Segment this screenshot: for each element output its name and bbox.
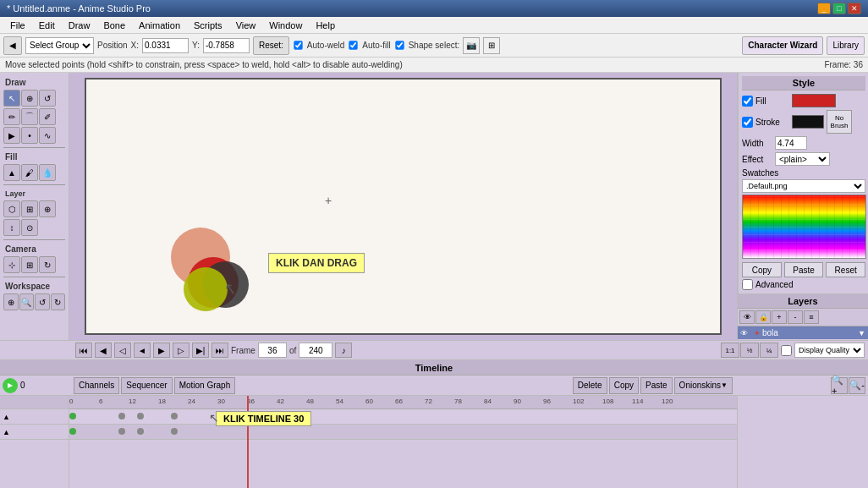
stroke-color-swatch[interactable]: [792, 115, 824, 129]
camera-zoom[interactable]: ⊞: [21, 256, 38, 273]
next-kf-button[interactable]: ▷: [173, 343, 190, 358]
menu-animation[interactable]: Animation: [132, 19, 187, 32]
view-btn2[interactable]: ½: [740, 343, 759, 358]
eyedrop-tool[interactable]: 💧: [39, 164, 56, 181]
next-frame-button[interactable]: ▶|: [192, 343, 209, 358]
rotate-tool[interactable]: ↺: [39, 90, 56, 107]
effect-dropdown[interactable]: <plain>: [775, 152, 830, 166]
ws-tool2[interactable]: 🔍: [19, 293, 35, 310]
style-paste-button[interactable]: Paste: [784, 262, 824, 277]
quality-select[interactable]: Display Quality: [794, 343, 865, 358]
grid-icon[interactable]: ⊞: [483, 37, 500, 54]
bezier-tool[interactable]: ⌒: [21, 108, 38, 125]
layer-tool1[interactable]: ⬡: [3, 200, 20, 217]
swatches-grid[interactable]: [742, 195, 866, 259]
fill-color-swatch[interactable]: [792, 94, 836, 107]
timeline-title: Timeline: [415, 363, 453, 373]
character-wizard-button[interactable]: Character Wizard: [742, 36, 823, 55]
toolbar-icon-left[interactable]: ◀: [3, 36, 22, 55]
layer-tool4[interactable]: ↕: [3, 219, 20, 236]
x-input[interactable]: [142, 38, 189, 53]
pencil-tool[interactable]: ✐: [39, 108, 56, 125]
autoweld-checkbox[interactable]: [294, 41, 302, 49]
goto-start-button[interactable]: ⏮: [75, 343, 92, 358]
no-brush-button[interactable]: NoBrush: [827, 110, 852, 134]
prev-frame-button[interactable]: ◀: [95, 343, 112, 358]
timeline-delete-button[interactable]: Delete: [573, 377, 607, 394]
library-button[interactable]: Library: [827, 36, 865, 55]
style-reset-button[interactable]: Reset: [826, 262, 865, 277]
motion-graph-button[interactable]: Motion Graph: [174, 377, 236, 394]
paint-tool[interactable]: 🖌: [21, 164, 38, 181]
play-back-button[interactable]: ◄: [134, 343, 151, 358]
menu-help[interactable]: Help: [309, 19, 342, 32]
layer-bola[interactable]: 👁 ✦ bola ▼: [738, 326, 868, 339]
swatches-select[interactable]: .Default.png: [742, 179, 865, 193]
pen-tool[interactable]: ✏: [3, 108, 20, 125]
reset-button[interactable]: Reset:: [253, 36, 289, 55]
point-tool[interactable]: •: [21, 127, 38, 144]
view-btn1[interactable]: 1:1: [721, 343, 739, 358]
display-checkbox[interactable]: [781, 345, 792, 356]
layer-tool5[interactable]: ⊙: [21, 219, 38, 236]
channels-button[interactable]: Channels: [74, 377, 119, 394]
maximize-button[interactable]: □: [832, 3, 846, 14]
layers-tb-add[interactable]: +: [772, 310, 787, 324]
timeline-zoom-in[interactable]: 🔍+: [831, 377, 848, 394]
stroke-checkbox[interactable]: [742, 117, 753, 128]
tl-track-bola[interactable]: KLIK TIMELINE 30 ↖: [69, 409, 737, 425]
camera-rotate[interactable]: ↻: [39, 256, 56, 273]
play-button[interactable]: ▶: [153, 343, 170, 358]
arrow-tool[interactable]: ▶: [3, 127, 20, 144]
onionskins-button[interactable]: Onionskins ▼: [674, 377, 733, 394]
curve-tool[interactable]: ∿: [39, 127, 56, 144]
layers-tb-lock[interactable]: 🔒: [755, 310, 771, 324]
select-tool[interactable]: ↖: [3, 90, 20, 107]
menu-edit[interactable]: Edit: [32, 19, 62, 32]
sequencer-button[interactable]: Sequencer: [121, 377, 172, 394]
total-input[interactable]: [299, 343, 332, 358]
menu-draw[interactable]: Draw: [62, 19, 97, 32]
width-input[interactable]: [775, 136, 807, 150]
shapeselect-checkbox[interactable]: [395, 41, 404, 49]
layers-tb-del[interactable]: -: [788, 310, 803, 324]
style-copy-button[interactable]: Copy: [742, 262, 782, 277]
fill-tool[interactable]: ▲: [3, 164, 20, 181]
menu-scripts[interactable]: Scripts: [187, 19, 229, 32]
menu-view[interactable]: View: [229, 19, 263, 32]
canvas-area[interactable]: + KLIK DAN DRAG ↖: [69, 73, 737, 340]
transform-tool[interactable]: ⊕: [21, 90, 38, 107]
camera-pan[interactable]: ⊹: [3, 256, 20, 273]
frame-input[interactable]: [258, 343, 287, 358]
layer-tool2[interactable]: ⊞: [21, 200, 38, 217]
advanced-checkbox[interactable]: [742, 279, 753, 290]
view-btn3[interactable]: ¼: [760, 343, 778, 358]
layer-tool3[interactable]: ⊕: [39, 200, 56, 217]
autofill-checkbox[interactable]: [349, 41, 358, 49]
ruler-mark-0: 0: [69, 398, 73, 405]
timeline-play-button[interactable]: ▶: [3, 378, 18, 393]
ws-tool4[interactable]: ↻: [51, 293, 66, 310]
close-button[interactable]: ✕: [848, 3, 861, 14]
timeline-copy-button[interactable]: Copy: [609, 377, 639, 394]
ws-tool1[interactable]: ⊕: [3, 293, 19, 310]
ws-tool3[interactable]: ↺: [35, 293, 50, 310]
minimize-button[interactable]: _: [817, 3, 831, 14]
layers-tb-menu[interactable]: ≡: [804, 310, 819, 324]
camera-icon[interactable]: 📷: [463, 37, 480, 54]
prev-kf-button[interactable]: ◁: [114, 343, 131, 358]
timeline-zoom-out[interactable]: 🔍-: [849, 377, 865, 394]
menu-window[interactable]: Window: [262, 19, 309, 32]
select-group-dropdown[interactable]: Select Group: [25, 37, 94, 54]
audio-button[interactable]: ♪: [335, 343, 352, 358]
tl-track-layer1[interactable]: [69, 425, 737, 440]
fill-checkbox[interactable]: [742, 96, 753, 107]
y-input[interactable]: [203, 38, 250, 53]
menu-file[interactable]: File: [3, 19, 32, 32]
layers-tb-eye[interactable]: 👁: [739, 310, 755, 324]
goto-end-button[interactable]: ⏭: [212, 343, 228, 358]
timeline-paste-button[interactable]: Paste: [640, 377, 673, 394]
playhead[interactable]: [247, 396, 249, 488]
timeline-ruler[interactable]: 0 6 12 18 24 30 36 42 48 54 60 66 72 78 …: [69, 396, 737, 409]
menu-bone[interactable]: Bone: [96, 19, 132, 32]
